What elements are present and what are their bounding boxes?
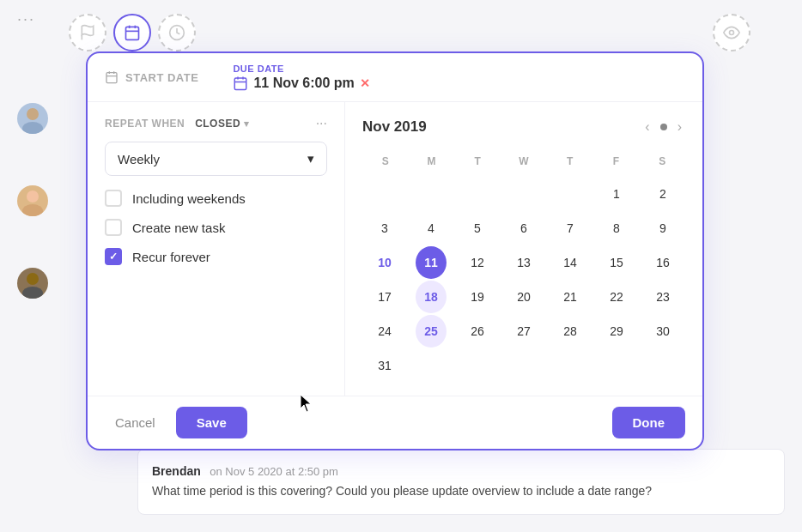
calendar-day-22[interactable]: 22 <box>601 281 632 313</box>
left-footer-buttons: Cancel Save <box>105 407 247 438</box>
svg-point-11 <box>27 273 39 285</box>
calendar-day-25[interactable]: 25 <box>416 315 447 348</box>
tab-icons-bar <box>69 14 196 51</box>
calendar-nav: ‹ › <box>641 116 685 138</box>
checkbox-new-task-label: Create new task <box>132 221 225 235</box>
checkbox-list: Including weekends Create new task Recur… <box>105 190 327 265</box>
calendar-day-30[interactable]: 30 <box>647 315 678 348</box>
calendar-header: Nov 2019 ‹ › <box>362 116 685 138</box>
calendar-day-empty <box>369 178 400 210</box>
repeat-chevron-icon[interactable]: ▾ <box>244 118 250 130</box>
modal-footer: Cancel Save Done <box>88 396 702 449</box>
checkbox-item-recur[interactable]: Recur forever <box>105 248 327 265</box>
checkbox-new-task[interactable] <box>105 219 122 236</box>
checkbox-recur[interactable] <box>105 248 122 265</box>
calendar-day-empty <box>462 349 493 382</box>
task-modal: START DATE DUE DATE 11 Nov 6:00 pm ✕ <box>86 51 704 450</box>
checkbox-weekends[interactable] <box>105 190 122 207</box>
prev-month-btn[interactable]: ‹ <box>641 116 653 138</box>
checkbox-item-new-task[interactable]: Create new task <box>105 219 327 236</box>
comment-section: Brendan on Nov 5 2020 at 2:50 pm What ti… <box>137 449 785 515</box>
avatars-list <box>17 103 48 299</box>
calendar-day-13[interactable]: 13 <box>508 246 539 279</box>
cancel-button[interactable]: Cancel <box>105 408 166 437</box>
weekday-sun: S <box>362 152 409 171</box>
start-date-label: START DATE <box>125 71 198 84</box>
calendar-day-9[interactable]: 9 <box>647 212 678 245</box>
frequency-dropdown[interactable]: Weekly ▾ <box>105 142 327 176</box>
avatar-3 <box>17 268 48 299</box>
calendar-day-11[interactable]: 11 <box>416 246 447 279</box>
calendar-day-7[interactable]: 7 <box>555 212 586 245</box>
calendar-day-26[interactable]: 26 <box>462 315 493 348</box>
calendar-day-2[interactable]: 2 <box>647 178 678 210</box>
repeat-when-text: REPEAT WHEN <box>105 118 185 130</box>
calendar-day-6[interactable]: 6 <box>508 212 539 245</box>
calendar-day-empty <box>416 349 447 382</box>
calendar-tab-btn[interactable] <box>113 14 151 51</box>
today-dot-icon <box>660 124 667 130</box>
calendar-day-28[interactable]: 28 <box>555 315 586 348</box>
due-date-text: 11 Nov 6:00 pm <box>253 76 354 91</box>
calendar-day-18[interactable]: 18 <box>416 281 447 313</box>
comment-meta: on Nov 5 2020 at 2:50 pm <box>210 465 338 478</box>
calendar-day-8[interactable]: 8 <box>601 212 632 245</box>
calendar-day-10[interactable]: 10 <box>369 246 400 279</box>
checkbox-recur-label: Recur forever <box>132 250 210 264</box>
calendar-day-5[interactable]: 5 <box>462 212 493 245</box>
calendar-day-21[interactable]: 21 <box>555 281 586 313</box>
calendar-day-12[interactable]: 12 <box>462 246 493 279</box>
more-options-icon[interactable]: ··· <box>316 116 327 131</box>
calendar-grid: S M T W T F S 12345678910111213141516171… <box>362 152 685 382</box>
calendar-day-27[interactable]: 27 <box>508 315 539 348</box>
calendar-day-19[interactable]: 19 <box>462 281 493 313</box>
eye-tab-btn[interactable] <box>713 14 750 51</box>
checkbox-item-weekends[interactable]: Including weekends <box>105 190 327 207</box>
calendar-day-empty <box>416 178 447 210</box>
calendar-day-31[interactable]: 31 <box>369 349 400 382</box>
svg-point-10 <box>22 204 43 216</box>
start-date-section: START DATE <box>105 63 198 91</box>
modal-header: START DATE DUE DATE 11 Nov 6:00 pm ✕ <box>88 53 702 102</box>
svg-rect-13 <box>106 73 117 83</box>
calendar-day-4[interactable]: 4 <box>416 212 447 245</box>
svg-rect-17 <box>235 78 247 90</box>
calendar-day-1[interactable]: 1 <box>601 178 632 210</box>
svg-point-6 <box>730 31 734 35</box>
calendar-day-empty <box>601 349 632 382</box>
modal-body: REPEAT WHEN CLOSED ▾ ··· Weekly ▾ Includ… <box>88 102 702 396</box>
frequency-chevron-icon: ▾ <box>307 151 314 166</box>
calendar-day-20[interactable]: 20 <box>508 281 539 313</box>
avatar-1 <box>17 103 48 134</box>
done-button[interactable]: Done <box>612 407 686 438</box>
calendar-day-16[interactable]: 16 <box>647 246 678 279</box>
calendar-day-empty <box>508 349 539 382</box>
svg-rect-1 <box>126 27 139 39</box>
avatar-2 <box>17 185 48 216</box>
next-month-btn[interactable]: › <box>674 116 685 138</box>
svg-point-8 <box>22 122 43 134</box>
repeat-header: REPEAT WHEN CLOSED ▾ ··· <box>105 116 327 131</box>
svg-point-7 <box>27 108 39 120</box>
weekday-tue: T <box>454 152 501 171</box>
calendar-days: 1234567891011121314151617181920212223242… <box>362 178 685 382</box>
calendar-day-17[interactable]: 17 <box>369 281 400 313</box>
save-button[interactable]: Save <box>176 407 247 438</box>
comment-text: What time period is this covering? Could… <box>152 482 770 500</box>
due-date-section: DUE DATE 11 Nov 6:00 pm ✕ <box>233 63 369 91</box>
calendar-panel: Nov 2019 ‹ › S M T W T F S <box>345 102 702 396</box>
clock-tab-btn[interactable] <box>158 14 196 51</box>
closed-text: CLOSED <box>195 118 240 130</box>
calendar-day-empty <box>508 178 539 210</box>
weekday-fri: F <box>593 152 640 171</box>
calendar-day-23[interactable]: 23 <box>647 281 678 313</box>
calendar-day-3[interactable]: 3 <box>369 212 400 245</box>
weekday-sat: S <box>639 152 685 171</box>
calendar-day-15[interactable]: 15 <box>601 246 632 279</box>
calendar-weekdays: S M T W T F S <box>362 152 685 171</box>
calendar-day-24[interactable]: 24 <box>369 315 400 348</box>
flag-tab-btn[interactable] <box>69 14 106 51</box>
calendar-day-29[interactable]: 29 <box>601 315 632 348</box>
close-due-date-btn[interactable]: ✕ <box>360 76 370 90</box>
calendar-day-14[interactable]: 14 <box>555 246 586 279</box>
